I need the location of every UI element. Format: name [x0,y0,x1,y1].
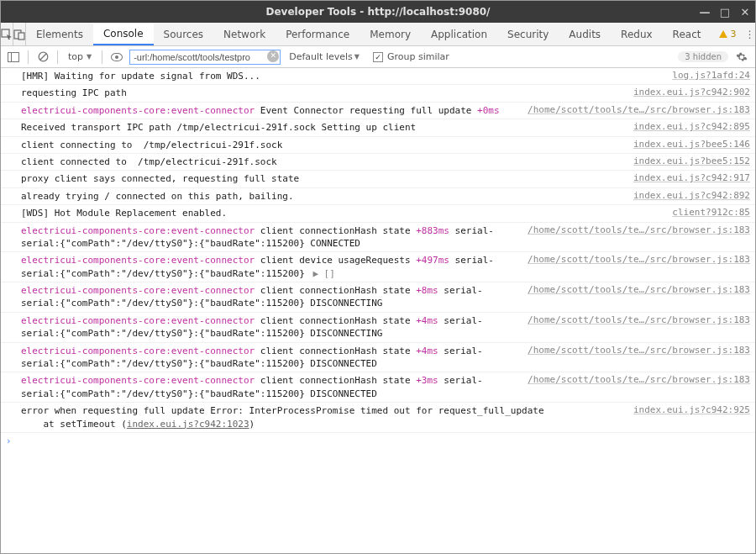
window-title: Developer Tools - http://localhost:9080/ [265,6,490,18]
clear-console-icon[interactable] [34,49,52,66]
log-message: electricui-components-core:event-connect… [21,284,519,310]
warning-icon [719,30,727,38]
log-entry: [WDS] Hot Module Replacement enabled.cli… [1,205,755,222]
title-bar: Developer Tools - http://localhost:9080/… [1,1,755,23]
tab-audits[interactable]: Audits [559,23,611,45]
svg-rect-3 [8,52,19,61]
console-input[interactable] [17,435,750,446]
source-link[interactable]: log.js?1afd:24 [664,70,750,81]
log-message: electricui-components-core:event-connect… [21,345,519,371]
device-toggle-icon[interactable] [13,23,26,45]
minimize-icon[interactable]: — [698,5,711,18]
checkbox-checked-icon: ✓ [373,52,383,62]
tab-security[interactable]: Security [497,23,559,45]
tab-console[interactable]: Console [93,23,154,45]
source-link[interactable]: /home/scott/tools/te…/src/browser.js:183 [519,284,750,295]
log-entry: electricui-components-core:event-connect… [1,343,755,373]
warning-count[interactable]: 3 [711,23,744,45]
source-link[interactable]: index.eui.js?c942:917 [625,172,750,183]
maximize-icon[interactable]: □ [718,5,732,18]
expand-icon[interactable]: ▶ [] [312,268,335,279]
stack-frame-link[interactable]: index.eui.js?c942:1023 [127,419,249,430]
log-entry: Received transport IPC path /tmp/electri… [1,119,755,136]
log-message: electricui-components-core:event-connect… [21,314,519,340]
source-link[interactable]: index.eui.js?c942:902 [625,87,750,98]
log-entry: electricui-components-core:event-connect… [1,252,755,282]
log-entry: requesting IPC pathindex.eui.js?c942:902 [1,85,755,102]
source-link[interactable]: /home/scott/tools/te…/src/browser.js:183 [519,374,750,385]
chevron-down-icon: ▼ [87,53,92,61]
log-message: already trying / connected on this path,… [21,190,625,203]
filter-wrap: ✕ [129,50,281,65]
source-link[interactable]: /home/scott/tools/te…/src/browser.js:183 [519,314,750,325]
log-message: error when requesting full update Error:… [21,404,625,430]
tab-react[interactable]: React [663,23,711,45]
tab-memory[interactable]: Memory [360,23,421,45]
close-icon[interactable]: ✕ [738,5,752,18]
source-link[interactable]: index.eui.js?c942:925 [625,404,750,415]
tab-network[interactable]: Network [213,23,276,45]
log-message: [HMR] Waiting for update signal from WDS… [21,70,664,82]
prompt-caret-icon: › [6,435,12,446]
log-entry: already trying / connected on this path,… [1,188,755,205]
source-link[interactable]: index.eui.js?c942:895 [625,121,750,132]
source-link[interactable]: index.eui.js?bee5:152 [625,156,750,166]
source-link[interactable]: /home/scott/tools/te…/src/browser.js:183 [519,224,750,235]
log-entry: electricui-components-core:event-connect… [1,313,755,343]
svg-rect-2 [18,33,24,40]
inspect-element-icon[interactable] [1,23,13,45]
log-message: Received transport IPC path /tmp/electri… [21,121,625,134]
source-link[interactable]: /home/scott/tools/te…/src/browser.js:183 [519,254,750,265]
log-levels-select[interactable]: Default levels ▼ [284,51,365,62]
log-entry: [HMR] Waiting for update signal from WDS… [1,68,755,85]
log-message: electricui-components-core:event-connect… [21,224,519,251]
log-message: proxy client says connected, requesting … [21,172,625,185]
group-similar-checkbox[interactable]: ✓ Group similar [368,51,454,62]
window-controls: — □ ✕ [698,1,752,23]
tab-performance[interactable]: Performance [276,23,360,45]
console-toolbar: top ▼ ✕ Default levels ▼ ✓ Group similar… [1,46,755,68]
log-entry: proxy client says connected, requesting … [1,171,755,187]
source-link[interactable]: index.eui.js?bee5:146 [625,139,750,150]
toggle-sidebar-icon[interactable] [4,49,23,66]
tab-elements[interactable]: Elements [26,23,93,45]
log-entry: electricui-components-core:event-connect… [1,282,755,313]
log-message: client connecting to /tmp/electricui-291… [21,139,625,151]
settings-icon[interactable] [732,51,752,63]
log-message: client connected to /tmp/electricui-291f… [21,156,625,168]
console-output: [HMR] Waiting for update signal from WDS… [1,68,755,553]
console-prompt[interactable]: › [1,433,755,449]
source-link[interactable]: /home/scott/tools/te…/src/browser.js:183 [519,104,750,115]
tab-application[interactable]: Application [421,23,497,45]
log-message: requesting IPC path [21,87,625,99]
context-selector[interactable]: top ▼ [63,51,97,62]
source-link[interactable]: client?912c:85 [664,207,750,218]
live-expression-icon[interactable] [108,49,126,66]
chevron-down-icon: ▼ [354,53,360,61]
log-message: electricui-components-core:event-connect… [21,374,519,400]
hidden-count[interactable]: 3 hidden [678,51,728,62]
log-entry: client connecting to /tmp/electricui-291… [1,137,755,154]
tab-sources[interactable]: Sources [154,23,213,45]
filter-input[interactable] [129,50,281,65]
log-entry: electricui-components-core:event-connect… [1,223,755,253]
svg-line-6 [39,54,45,60]
log-entry: electricui-components-core:event-connect… [1,372,755,403]
panel-tabs: ElementsConsoleSourcesNetworkPerformance… [1,23,755,46]
log-message: electricui-components-core:event-connect… [21,104,519,117]
clear-filter-icon[interactable]: ✕ [267,50,279,62]
more-menu-icon[interactable]: ⋮ [744,23,755,45]
source-link[interactable]: /home/scott/tools/te…/src/browser.js:183 [519,345,750,356]
tab-redux[interactable]: Redux [611,23,663,45]
log-message: [WDS] Hot Module Replacement enabled. [21,207,664,219]
log-entry: error when requesting full update Error:… [1,403,755,433]
source-link[interactable]: index.eui.js?c942:892 [625,190,750,201]
log-entry: electricui-components-core:event-connect… [1,103,755,119]
log-message: electricui-components-core:event-connect… [21,254,519,280]
log-entry: client connected to /tmp/electricui-291f… [1,154,755,171]
